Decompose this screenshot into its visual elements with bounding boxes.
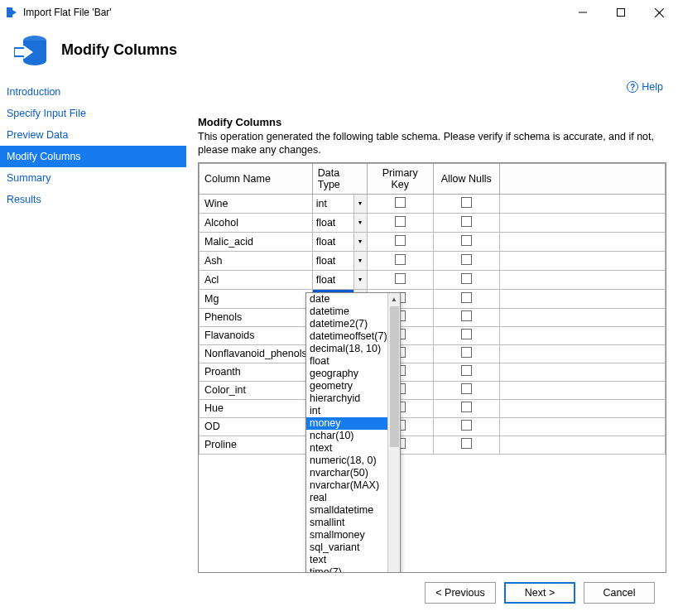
dropdown-option[interactable]: text bbox=[306, 554, 387, 566]
sidebar-item-summary[interactable]: Summary bbox=[0, 167, 186, 189]
sidebar-item-preview-data[interactable]: Preview Data bbox=[0, 124, 186, 146]
cell-column-name[interactable]: Flavanoids bbox=[200, 326, 313, 344]
cell-column-name[interactable]: Wine bbox=[200, 194, 313, 213]
dropdown-option[interactable]: datetimeoffset(7) bbox=[306, 330, 387, 343]
dropdown-option[interactable]: hierarchyid bbox=[306, 392, 387, 405]
header-data-type[interactable]: Data Type bbox=[312, 163, 367, 194]
dropdown-option[interactable]: int bbox=[306, 405, 387, 417]
dropdown-option[interactable]: datetime bbox=[306, 306, 387, 318]
allow-nulls-checkbox[interactable] bbox=[461, 402, 472, 412]
primary-key-checkbox[interactable] bbox=[395, 216, 406, 227]
dropdown-option[interactable]: geography bbox=[306, 368, 387, 380]
cell-data-type[interactable]: float▾ bbox=[312, 213, 367, 232]
allow-nulls-checkbox[interactable] bbox=[461, 292, 472, 303]
table-row[interactable]: Mg▾ bbox=[200, 289, 666, 308]
header-column-name[interactable]: Column Name bbox=[200, 163, 313, 194]
dropdown-option[interactable]: money bbox=[306, 417, 387, 430]
cell-allow-nulls[interactable] bbox=[433, 417, 499, 436]
allow-nulls-checkbox[interactable] bbox=[461, 197, 472, 208]
dropdown-option[interactable]: geometry bbox=[306, 380, 387, 392]
datatype-dropdown-button[interactable]: ▾ bbox=[353, 252, 367, 270]
datatype-dropdown-button[interactable]: ▾ bbox=[353, 214, 367, 232]
primary-key-checkbox[interactable] bbox=[395, 197, 406, 208]
dropdown-option[interactable]: real bbox=[306, 492, 387, 504]
dropdown-option[interactable]: float bbox=[306, 355, 387, 368]
sidebar-item-results[interactable]: Results bbox=[0, 189, 186, 210]
help-link[interactable]: ? Help bbox=[627, 81, 663, 93]
maximize-button[interactable] bbox=[602, 0, 640, 25]
allow-nulls-checkbox[interactable] bbox=[461, 383, 472, 394]
dropdown-option[interactable]: smallint bbox=[306, 517, 387, 529]
sidebar-item-modify-columns[interactable]: Modify Columns bbox=[0, 146, 186, 167]
table-row[interactable]: Ashfloat▾ bbox=[200, 251, 666, 270]
allow-nulls-checkbox[interactable] bbox=[461, 235, 472, 246]
cell-allow-nulls[interactable] bbox=[433, 232, 499, 251]
table-row[interactable]: Wineint▾ bbox=[200, 194, 666, 213]
previous-button[interactable]: < Previous bbox=[425, 582, 496, 604]
cell-data-type[interactable]: float▾ bbox=[312, 251, 367, 270]
dropdown-option[interactable]: nchar(10) bbox=[306, 430, 387, 442]
table-row[interactable]: Phenols bbox=[200, 308, 666, 326]
cell-allow-nulls[interactable] bbox=[433, 251, 499, 270]
cell-primary-key[interactable] bbox=[367, 194, 433, 213]
allow-nulls-checkbox[interactable] bbox=[461, 273, 472, 284]
allow-nulls-checkbox[interactable] bbox=[461, 254, 472, 265]
primary-key-checkbox[interactable] bbox=[395, 273, 406, 284]
cell-column-name[interactable]: OD bbox=[200, 417, 313, 436]
cell-column-name[interactable]: Nonflavanoid_phenols bbox=[200, 344, 313, 363]
cell-allow-nulls[interactable] bbox=[433, 436, 499, 454]
primary-key-checkbox[interactable] bbox=[395, 254, 406, 265]
cell-allow-nulls[interactable] bbox=[433, 213, 499, 232]
cell-allow-nulls[interactable] bbox=[433, 344, 499, 363]
header-primary-key[interactable]: Primary Key bbox=[367, 163, 433, 194]
allow-nulls-checkbox[interactable] bbox=[461, 438, 472, 449]
datatype-dropdown-button[interactable]: ▾ bbox=[353, 195, 367, 213]
cell-column-name[interactable]: Ash bbox=[200, 251, 313, 270]
cell-column-name[interactable]: Alcohol bbox=[200, 213, 313, 232]
table-row[interactable]: Flavanoids bbox=[200, 326, 666, 344]
minimize-button[interactable] bbox=[564, 0, 602, 25]
cell-column-name[interactable]: Acl bbox=[200, 270, 313, 289]
datatype-dropdown[interactable]: datedatetimedatetime2(7)datetimeoffset(7… bbox=[305, 292, 401, 574]
dropdown-option[interactable]: sql_variant bbox=[306, 541, 387, 554]
cell-allow-nulls[interactable] bbox=[433, 326, 499, 344]
dropdown-option[interactable]: smallmoney bbox=[306, 529, 387, 541]
close-button[interactable] bbox=[640, 0, 678, 25]
cell-column-name[interactable]: Malic_acid bbox=[200, 232, 313, 251]
cell-allow-nulls[interactable] bbox=[433, 308, 499, 326]
table-row[interactable]: Hue bbox=[200, 399, 666, 417]
table-row[interactable]: Color_int bbox=[200, 381, 666, 399]
cell-allow-nulls[interactable] bbox=[433, 289, 499, 308]
cell-primary-key[interactable] bbox=[367, 232, 433, 251]
primary-key-checkbox[interactable] bbox=[395, 235, 406, 246]
dropdown-list[interactable]: datedatetimedatetime2(7)datetimeoffset(7… bbox=[306, 293, 387, 574]
cell-allow-nulls[interactable] bbox=[433, 381, 499, 399]
scroll-thumb[interactable] bbox=[390, 306, 399, 447]
cell-data-type[interactable]: int▾ bbox=[312, 194, 367, 213]
table-row[interactable]: Nonflavanoid_phenols bbox=[200, 344, 666, 363]
cell-allow-nulls[interactable] bbox=[433, 363, 499, 381]
cell-allow-nulls[interactable] bbox=[433, 399, 499, 417]
allow-nulls-checkbox[interactable] bbox=[461, 347, 472, 358]
dropdown-option[interactable]: numeric(18, 0) bbox=[306, 455, 387, 467]
cell-column-name[interactable]: Proanth bbox=[200, 363, 313, 381]
cell-data-type[interactable]: float▾ bbox=[312, 270, 367, 289]
allow-nulls-checkbox[interactable] bbox=[461, 329, 472, 339]
cancel-button[interactable]: Cancel bbox=[584, 582, 655, 604]
datatype-dropdown-button[interactable]: ▾ bbox=[353, 271, 367, 289]
table-row[interactable]: Alcoholfloat▾ bbox=[200, 213, 666, 232]
cell-column-name[interactable]: Proline bbox=[200, 436, 313, 454]
datatype-dropdown-button[interactable]: ▾ bbox=[353, 233, 367, 251]
sidebar-item-introduction[interactable]: Introduction bbox=[0, 81, 186, 103]
allow-nulls-checkbox[interactable] bbox=[461, 310, 472, 321]
dropdown-option[interactable]: time(7) bbox=[306, 566, 387, 574]
next-button[interactable]: Next > bbox=[504, 582, 575, 604]
header-allow-nulls[interactable]: Allow Nulls bbox=[433, 163, 499, 194]
scroll-up-arrow[interactable]: ▲ bbox=[388, 293, 400, 306]
cell-column-name[interactable]: Color_int bbox=[200, 381, 313, 399]
table-row[interactable]: OD bbox=[200, 417, 666, 436]
dropdown-option[interactable]: smalldatetime bbox=[306, 504, 387, 517]
allow-nulls-checkbox[interactable] bbox=[461, 216, 472, 227]
allow-nulls-checkbox[interactable] bbox=[461, 420, 472, 431]
dropdown-option[interactable]: datetime2(7) bbox=[306, 318, 387, 330]
